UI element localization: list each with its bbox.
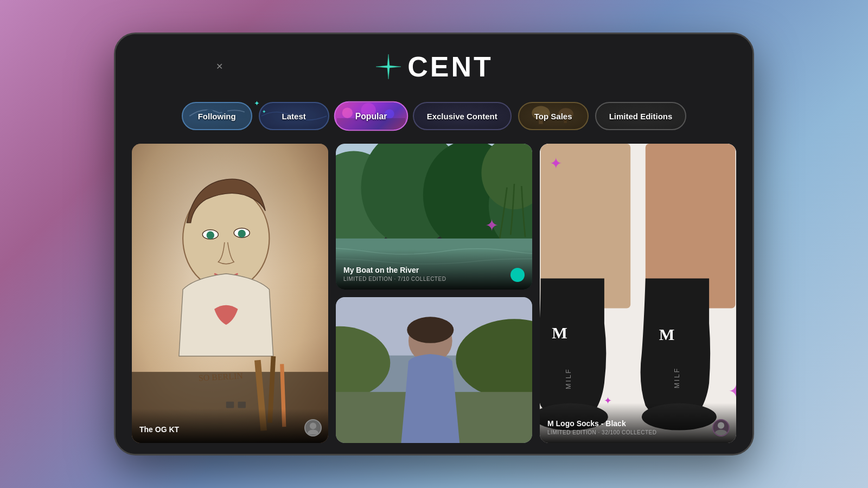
tab-latest[interactable]: Latest bbox=[259, 102, 329, 130]
card-sketch[interactable]: SO BERLIN The OG KT bbox=[132, 144, 328, 443]
tab-popular[interactable]: Popular bbox=[334, 101, 408, 131]
svg-point-12 bbox=[207, 232, 214, 239]
card-socks-avatar bbox=[712, 419, 730, 436]
svg-text:M: M bbox=[659, 325, 675, 344]
svg-rect-21 bbox=[238, 402, 245, 408]
card-socks-subtitle: LIMITED EDITION · 32/100 COLLECTED bbox=[547, 429, 729, 435]
card-socks[interactable]: M M MILF MILF ✦ ✦ bbox=[540, 144, 736, 443]
app-background: ✕ ✦ ✦ CENT bbox=[114, 33, 754, 455]
svg-text:MILF: MILF bbox=[565, 368, 572, 389]
tab-latest-label: Latest bbox=[282, 112, 306, 121]
card-sketch-overlay: The OG KT bbox=[132, 409, 328, 443]
card-socks-title: M Logo Socks - Black bbox=[547, 419, 729, 428]
card-river-subtitle: LIMITED EDITION · 7/10 COLLECTED bbox=[343, 276, 525, 282]
card-river-dot bbox=[510, 268, 525, 282]
tab-topsales[interactable]: Top Sales bbox=[518, 102, 589, 130]
svg-text:✦: ✦ bbox=[485, 216, 499, 234]
tab-popular-label: Popular bbox=[355, 111, 387, 121]
svg-text:✦: ✦ bbox=[728, 381, 736, 402]
svg-point-14 bbox=[238, 230, 245, 237]
tab-limited-label: Limited Editions bbox=[609, 112, 673, 121]
svg-point-51 bbox=[407, 317, 454, 343]
tab-exclusive[interactable]: Exclusive Content bbox=[413, 102, 512, 130]
svg-text:MILF: MILF bbox=[673, 367, 681, 388]
nav-tabs: Following Latest Popular bbox=[116, 94, 752, 138]
svg-text:M: M bbox=[552, 324, 567, 342]
svg-point-22 bbox=[310, 422, 316, 429]
device-frame: ✕ ✦ ✦ CENT bbox=[114, 33, 754, 455]
tab-topsales-label: Top Sales bbox=[534, 112, 572, 121]
tab-following-label: Following bbox=[198, 112, 236, 121]
header: CENT bbox=[116, 34, 752, 94]
app-container: ✕ ✦ ✦ CENT bbox=[116, 34, 752, 454]
card-sketch-title: The OG KT bbox=[139, 425, 321, 434]
card-person[interactable] bbox=[336, 297, 532, 443]
tab-following[interactable]: Following bbox=[182, 102, 252, 130]
app-title: CENT bbox=[407, 50, 493, 83]
svg-point-2 bbox=[342, 107, 352, 118]
svg-point-44 bbox=[718, 422, 724, 429]
logo-star-icon bbox=[375, 53, 402, 80]
tab-exclusive-label: Exclusive Content bbox=[427, 112, 497, 121]
logo-container: CENT bbox=[375, 50, 493, 83]
card-socks-overlay: M Logo Socks - Black LIMITED EDITION · 3… bbox=[540, 403, 736, 443]
card-river-overlay: My Boat on the River LIMITED EDITION · 7… bbox=[336, 249, 532, 290]
tab-limited[interactable]: Limited Editions bbox=[595, 102, 687, 130]
card-river[interactable]: ✦ My Boat on the River LIMITED EDITION ·… bbox=[336, 144, 532, 290]
content-grid: SO BERLIN The OG KT bbox=[116, 138, 752, 454]
card-sketch-avatar bbox=[304, 419, 322, 436]
svg-rect-20 bbox=[226, 402, 234, 408]
card-river-title: My Boat on the River bbox=[343, 266, 525, 274]
